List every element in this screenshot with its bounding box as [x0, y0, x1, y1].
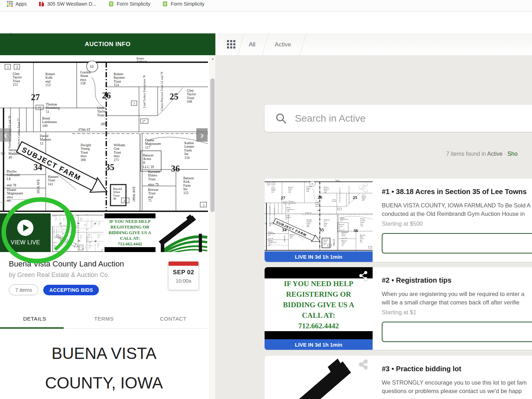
svg-text:50: 50 [1, 151, 5, 155]
help-line: REGISTERING OR [110, 224, 149, 230]
tab-divider [236, 33, 245, 56]
share-icon[interactable] [359, 359, 368, 369]
lots-content: 7 items found in Active · Sho 1210Ronnie… [216, 56, 532, 399]
svg-text:165th AVE: 165th AVE [284, 236, 285, 242]
svg-text:2: 2 [16, 65, 18, 69]
svg-text:2*: 2* [338, 208, 340, 210]
bid-button[interactable] [382, 233, 532, 253]
black-bar [104, 213, 156, 218]
grid-view-icon[interactable] [227, 40, 236, 49]
bookmark-form-simplicity-2[interactable]: Form Simplicity [162, 1, 204, 7]
svg-text:10: 10 [311, 183, 313, 185]
bid-button[interactable] [382, 322, 532, 342]
share-icon[interactable] [359, 271, 368, 281]
help-line: CALL AT: [120, 236, 140, 241]
left-panel-scrollbar[interactable]: ▲ [209, 55, 215, 399]
green-fields-logo-icon [157, 213, 208, 252]
auction-time: 10:00a [169, 278, 198, 284]
results-summary: 7 items found in Active · Sho [446, 151, 518, 157]
carousel-prev-icon[interactable]: ‹ [0, 128, 11, 142]
green-doc-icon [162, 1, 168, 7]
lot-title: #1 • 38.18 Acres in Section 35 of Lee To… [382, 188, 532, 196]
desc-line: will be a small charge that comes back o… [382, 298, 532, 307]
view-live-label: VIEW LIVE [11, 239, 40, 246]
svg-text:2*: 2* [142, 120, 146, 123]
lot-card-3[interactable]: #3 • Practice bidding lot We STRONGLY en… [265, 356, 532, 399]
svg-text:1: 1 [7, 65, 9, 69]
search-box [265, 105, 532, 132]
tab-active[interactable]: Active [275, 33, 291, 56]
svg-text:etal 78: etal 78 [268, 238, 273, 239]
svg-text:Darlene Caskey LE etal 76: Darlene Caskey LE etal 76 [54, 228, 55, 236]
thumbnail-plat-map[interactable]: 1210RonnieAndersonGlenTaylorTrust151Robe… [52, 213, 103, 252]
desc-line: BUENA VISTA COUNTY, IOWA FARMLAND To Be … [382, 201, 532, 210]
scrollbar-up-arrow-icon[interactable]: ▲ [211, 57, 214, 60]
tab-terms[interactable]: TERMS [69, 309, 139, 328]
auction-info-panel: AUCTION INFO [0, 33, 216, 399]
svg-text:180th AVE: 180th AVE [85, 245, 86, 249]
lot-3-image[interactable] [265, 356, 373, 399]
results-scope: Active [487, 151, 503, 157]
apps-grid-icon [7, 1, 13, 7]
help-line: IF YOU NEED HELP [284, 278, 353, 289]
svg-text:Lind Turkey Enterprises 76: Lind Turkey Enterprises 76 [338, 188, 340, 203]
results-separator: · [502, 151, 507, 157]
black-bar [104, 247, 156, 252]
lot-description: When you are registering you will be req… [382, 290, 532, 307]
plat-map-slide[interactable]: SUBJECT FARM 1210RonnieAndersonGlenTaylo… [0, 55, 208, 213]
lot-2-image[interactable]: IF YOU NEED HELP REGISTERING OR BIDDING … [265, 267, 373, 350]
lots-panel: All Active 7 items found in Active · Sho… [216, 33, 532, 399]
svg-text:Charis Peterson Trust LE etal: Charis Peterson Trust LE etal 78 [348, 186, 349, 204]
plat-map-svg: SUBJECT FARM 1210RonnieAndersonGlenTaylo… [0, 55, 208, 213]
results-prefix: 7 items found in [446, 151, 487, 157]
help-line: CALL AT: [302, 310, 335, 321]
svg-text:26: 26 [102, 91, 111, 100]
tab-contact[interactable]: CONTACT [139, 309, 208, 328]
svg-text:1*: 1* [38, 106, 41, 109]
slide-thumbnails: VIEW LIVE 1210RonnieAndersonGlenTaylorTr… [0, 213, 208, 252]
svg-text:35: 35 [319, 228, 324, 232]
svg-text:180th AVE: 180th AVE [132, 186, 136, 202]
top-bar: ← [0, 12, 532, 33]
bookmark-westlawn[interactable]: 305 SW Westlawn D... [39, 1, 96, 7]
search-input[interactable] [295, 113, 532, 124]
carousel-next-icon[interactable]: › [196, 128, 208, 142]
svg-text:27: 27 [281, 196, 285, 200]
svg-text:etux 79: etux 79 [89, 245, 91, 246]
svg-text:27: 27 [31, 92, 40, 102]
thumbnail-help-sign[interactable]: IF YOU NEED HELP REGISTERING OR BIDDING … [104, 213, 156, 252]
svg-text:1: 1 [85, 225, 86, 225]
help-line: BIDDING GIVE US A [109, 230, 151, 236]
scrollbar-thumb[interactable] [210, 78, 215, 212]
lot-card-2[interactable]: IF YOU NEED HELP REGISTERING OR BIDDING … [265, 267, 532, 350]
thumbnail-company-logo[interactable] [157, 213, 208, 252]
svg-text:470th ST: 470th ST [305, 212, 311, 214]
svg-text:etux 79: etux 79 [148, 182, 159, 186]
svg-text:26: 26 [318, 195, 322, 199]
svg-text:2*: 2* [83, 249, 83, 249]
green-doc-icon [108, 1, 114, 7]
svg-text:Lind Turkey Enterprises 76: Lind Turkey Enterprises 76 [87, 218, 88, 226]
help-line: IF YOU NEED HELP [109, 219, 151, 224]
tab-details[interactable]: DETAILS [0, 309, 69, 328]
show-link[interactable]: Sho [507, 151, 517, 157]
black-bar [265, 267, 373, 278]
lot-1-image[interactable]: 1210RonnieAndersonGlenTaylorTrust151Robe… [265, 179, 373, 262]
share-icon[interactable] [359, 182, 368, 192]
svg-text:LLC 39: LLC 39 [87, 240, 90, 241]
svg-text:1: 1 [133, 102, 135, 105]
bookmark-form-simplicity-1[interactable]: Form Simplicity [108, 1, 151, 7]
svg-text:2*: 2* [124, 199, 127, 202]
bookmarks-bar: Apps 305 SW Westlawn D... Form Simplicit… [0, 0, 532, 12]
lot-card-1[interactable]: 1210RonnieAndersonGlenTaylorTrust151Robe… [265, 179, 532, 262]
desc-line: conducted at the Old Rembrandt Gym Aucti… [382, 210, 532, 218]
bookmark-label: Apps [15, 1, 27, 7]
tab-all[interactable]: All [249, 33, 255, 56]
svg-text:25: 25 [170, 92, 178, 101]
bookmark-apps[interactable]: Apps [7, 1, 27, 7]
green-fields-logo-icon [265, 356, 373, 399]
view-live-button[interactable]: VIEW LIVE [0, 213, 51, 252]
lot-title: #2 • Registration tips [382, 276, 532, 284]
svg-text:180th AVE: 180th AVE [333, 239, 335, 246]
svg-text:36: 36 [171, 164, 180, 173]
